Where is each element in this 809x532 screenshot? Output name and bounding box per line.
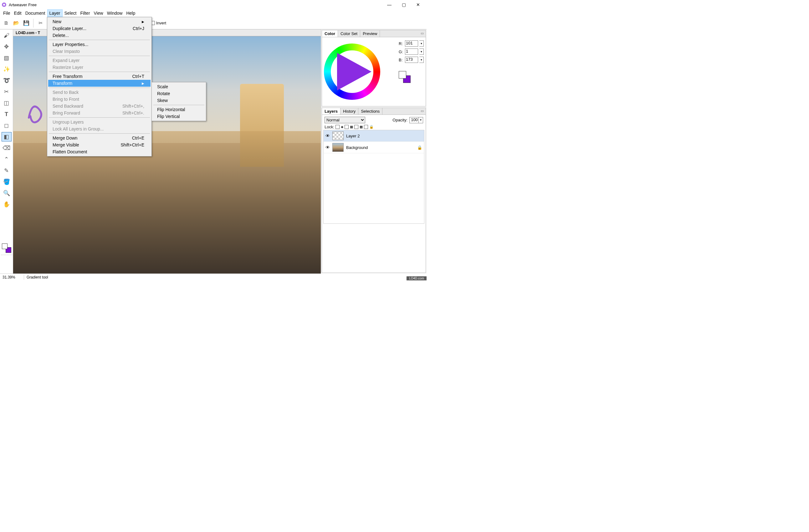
cut-icon[interactable]: ✂ (36, 19, 45, 28)
menu-item-delete-[interactable]: Delete... (48, 32, 151, 39)
panel-swatches[interactable] (399, 71, 424, 79)
menu-item-skew[interactable]: Skew (153, 97, 205, 104)
color-tab[interactable]: Color (322, 30, 338, 37)
bucket-tool-icon[interactable]: 🪣 (2, 177, 12, 187)
preview-tab[interactable]: Preview (360, 30, 380, 37)
text-tool-icon[interactable]: T (2, 109, 12, 119)
menu-item-flatten-document[interactable]: Flatten Document (48, 148, 151, 155)
menu-item-expand-layer: Expand Layer (48, 57, 151, 64)
lasso-tool-icon[interactable]: ➰ (2, 76, 12, 85)
right-panels: Color Color Set Preview ▭ R:101▼ G:1▼ B:… (321, 30, 427, 274)
zoom-tool-icon[interactable]: 🔍 (2, 188, 12, 198)
chevron-right-icon: ▶ (142, 20, 144, 23)
eyedropper-tool-icon[interactable]: ✎ (2, 166, 12, 175)
chevron-right-icon: ▶ (142, 82, 144, 85)
b-input[interactable]: 173 (405, 57, 418, 63)
layer-opacity-input[interactable]: 100▼ (409, 117, 423, 123)
stamp-tool-icon[interactable]: ⌃ (2, 155, 12, 164)
crop-tool-icon[interactable]: ✂ (2, 87, 12, 97)
lock-trans-checkbox[interactable] (335, 125, 340, 129)
menu-file[interactable]: File (1, 10, 12, 17)
menu-item-bring-to-front: Bring to Front (48, 96, 151, 103)
save-file-icon[interactable]: 💾 (22, 19, 31, 28)
undock-icon[interactable]: ▭ (419, 30, 426, 37)
marquee-tool-icon[interactable]: ▧ (2, 53, 12, 63)
menu-item-scale[interactable]: Scale (153, 83, 205, 90)
menu-item-merge-visible[interactable]: Merge VisibleShift+Ctrl+E (48, 141, 151, 148)
lock-pixels-checkbox[interactable] (345, 125, 349, 129)
menu-window[interactable]: Window (105, 10, 124, 17)
visibility-icon[interactable]: 👁 (326, 145, 330, 150)
new-file-icon[interactable]: 🗎 (2, 19, 11, 28)
layer-list: 👁 Layer 2 👁 Background 🔒 (323, 130, 424, 224)
layer-thumbnail[interactable] (332, 132, 344, 140)
r-input[interactable]: 101 (405, 40, 418, 47)
panel-fg-swatch[interactable] (399, 71, 406, 79)
close-button[interactable]: ✕ (411, 0, 425, 10)
menu-item-merge-down[interactable]: Merge DownCtrl+E (48, 135, 151, 141)
magic-wand-tool-icon[interactable]: ✨ (2, 65, 12, 74)
hand-tool-icon[interactable]: ✋ (2, 200, 12, 209)
lock-pixels-icon: ▦ (350, 125, 353, 129)
menu-filter[interactable]: Filter (78, 10, 92, 17)
layer-opacity-label: Opacity: (393, 118, 408, 122)
layer-thumbnail[interactable] (332, 143, 344, 152)
menu-item-transform[interactable]: Transform▶ (48, 80, 151, 87)
menu-item-free-transform[interactable]: Free TransformCtrl+T (48, 73, 151, 80)
menu-item-ungroup-layers: Ungroup Layers (48, 119, 151, 125)
lock-all-checkbox[interactable] (364, 125, 368, 129)
layer-item[interactable]: 👁 Layer 2 (324, 130, 424, 142)
minimize-button[interactable]: — (382, 0, 397, 10)
visibility-icon[interactable]: 👁 (326, 133, 330, 138)
statusbar: 31.39% Gradient tool (0, 274, 321, 280)
menu-item-layer-properties-[interactable]: Layer Properties... (48, 41, 151, 48)
chevron-down-icon[interactable]: ▼ (419, 40, 424, 47)
layers-tab[interactable]: Layers (322, 108, 341, 115)
open-file-icon[interactable]: 📂 (12, 19, 21, 28)
menu-document[interactable]: Document (23, 10, 47, 17)
menu-view[interactable]: View (92, 10, 105, 17)
blend-mode-select[interactable]: Normal (325, 117, 365, 123)
chevron-down-icon[interactable]: ▼ (418, 117, 423, 123)
color-swatches[interactable] (2, 243, 11, 253)
lock-position-checkbox[interactable] (354, 125, 358, 129)
undock-icon[interactable]: ▭ (419, 108, 426, 115)
menu-item-flip-horizontal[interactable]: Flip Horizontal (153, 106, 205, 113)
chevron-down-icon[interactable]: ▼ (419, 49, 424, 55)
menu-item-duplicate-layer-[interactable]: Duplicate Layer...Ctrl+J (48, 25, 151, 32)
tools-palette: 🖌 ✥ ▧ ✨ ➰ ✂ ◫ T ◻ ◧ ⌫ ⌃ ✎ 🪣 🔍 ✋ (0, 30, 13, 274)
layer-item[interactable]: 👁 Background 🔒 (324, 142, 424, 153)
layer-name[interactable]: Layer 2 (346, 134, 360, 138)
window-title: Artweaver Free (9, 2, 37, 7)
menu-item-flip-vertical[interactable]: Flip Vertical (153, 113, 205, 120)
layer-name[interactable]: Background (346, 145, 368, 150)
menu-help[interactable]: Help (124, 10, 137, 17)
r-label: R: (399, 41, 404, 46)
g-input[interactable]: 1 (405, 49, 418, 55)
brush-tool-icon[interactable]: 🖌 (2, 31, 12, 40)
lock-icon: 🔒 (417, 145, 422, 150)
color-set-tab[interactable]: Color Set (338, 30, 360, 37)
foreground-color-swatch[interactable] (2, 243, 7, 249)
color-panel: Color Color Set Preview ▭ R:101▼ G:1▼ B:… (322, 30, 426, 106)
menu-layer[interactable]: Layer (47, 10, 63, 17)
shape-tool-icon[interactable]: ◻ (2, 121, 12, 130)
lock-all-icon: 🔒 (369, 125, 374, 129)
gradient-tool-icon[interactable]: ◧ (2, 132, 12, 141)
maximize-button[interactable]: ▢ (397, 0, 411, 10)
menu-item-rotate[interactable]: Rotate (153, 90, 205, 97)
transform-submenu: ScaleRotateSkewFlip HorizontalFlip Verti… (152, 82, 206, 121)
chevron-down-icon[interactable]: ▼ (419, 57, 424, 63)
selections-tab[interactable]: Selections (358, 108, 382, 115)
menu-item-new[interactable]: New▶ (48, 18, 151, 25)
menu-select[interactable]: Select (63, 10, 79, 17)
eraser-tool-icon[interactable]: ⌫ (2, 143, 12, 153)
move-tool-icon[interactable]: ✥ (2, 42, 12, 51)
menu-edit[interactable]: Edit (12, 10, 23, 17)
lock-position-icon: ▩ (360, 125, 363, 129)
color-wheel[interactable] (324, 44, 380, 100)
perspective-tool-icon[interactable]: ◫ (2, 98, 12, 108)
history-tab[interactable]: History (341, 108, 358, 115)
zoom-display[interactable]: 31.39% (2, 275, 21, 279)
b-label: B: (399, 57, 404, 62)
